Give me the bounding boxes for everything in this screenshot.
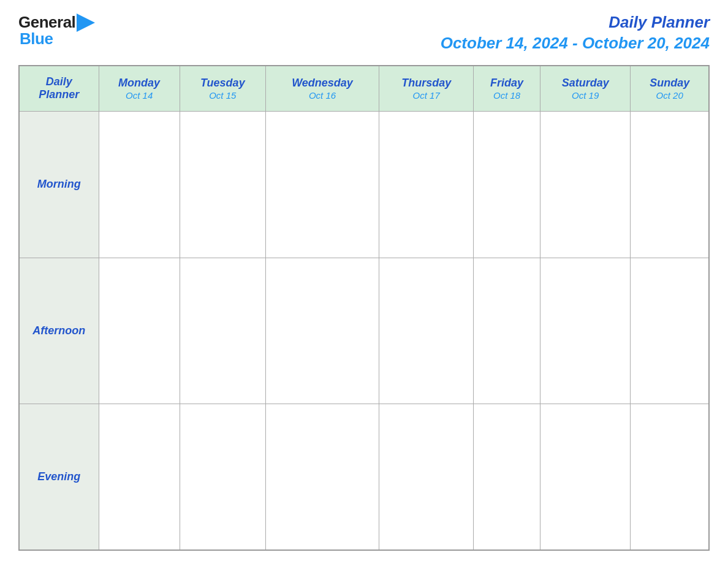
header-cell-sat: Saturday Oct 19 — [540, 66, 631, 112]
col-5-date: Oct 18 — [477, 90, 537, 101]
label-morning: Morning — [19, 112, 99, 258]
logo: General Blue — [18, 12, 95, 48]
cell-afternoon-thu[interactable] — [379, 258, 474, 404]
header-cell-sun: Sunday Oct 20 — [631, 66, 709, 112]
col-1-date: Oct 14 — [102, 90, 176, 101]
cell-evening-mon[interactable] — [99, 404, 180, 550]
header: General Blue Daily Planner October 14, 2… — [18, 12, 710, 54]
header-cell-mon: Monday Oct 14 — [99, 66, 180, 112]
cell-afternoon-wed[interactable] — [265, 258, 379, 404]
col-6-date: Oct 19 — [544, 90, 627, 101]
col-2-day: Tuesday — [183, 77, 262, 90]
cell-evening-tue[interactable] — [180, 404, 265, 550]
logo-arrow-icon — [77, 13, 95, 32]
table-row-evening: Evening — [19, 404, 709, 550]
cell-afternoon-sat[interactable] — [540, 258, 631, 404]
table-row-morning: Morning — [19, 112, 709, 258]
cell-morning-tue[interactable] — [180, 112, 265, 258]
cell-evening-sun[interactable] — [631, 404, 709, 550]
planner-table: Daily Planner Monday Oct 14 Tuesday Oct … — [18, 65, 710, 551]
svg-marker-0 — [77, 13, 95, 32]
cell-morning-fri[interactable] — [474, 112, 540, 258]
col-4-date: Oct 17 — [382, 90, 470, 101]
col-5-day: Friday — [477, 77, 537, 90]
cell-afternoon-fri[interactable] — [474, 258, 540, 404]
col-4-day: Thursday — [382, 77, 470, 90]
header-cell-label: Daily Planner — [19, 66, 99, 112]
cell-morning-mon[interactable] — [99, 112, 180, 258]
col-6-day: Saturday — [544, 77, 627, 90]
header-cell-wed: Wednesday Oct 16 — [265, 66, 379, 112]
title-section: Daily Planner October 14, 2024 - October… — [441, 12, 710, 54]
header-cell-tue: Tuesday Oct 15 — [180, 66, 265, 112]
cell-evening-fri[interactable] — [474, 404, 540, 550]
cell-afternoon-tue[interactable] — [180, 258, 265, 404]
cell-morning-thu[interactable] — [379, 112, 474, 258]
header-cell-thu: Thursday Oct 17 — [379, 66, 474, 112]
logo-text-general: General — [18, 13, 75, 32]
cell-afternoon-mon[interactable] — [99, 258, 180, 404]
col-7-day: Sunday — [634, 77, 705, 90]
title-main: Daily Planner — [441, 12, 710, 33]
cell-morning-sat[interactable] — [540, 112, 631, 258]
title-sub: October 14, 2024 - October 20, 2024 — [441, 33, 710, 54]
header-cell-fri: Friday Oct 18 — [474, 66, 540, 112]
header-row: Daily Planner Monday Oct 14 Tuesday Oct … — [19, 66, 709, 112]
cell-morning-sun[interactable] — [631, 112, 709, 258]
cell-evening-thu[interactable] — [379, 404, 474, 550]
label-evening: Evening — [19, 404, 99, 550]
cell-afternoon-sun[interactable] — [631, 258, 709, 404]
col-2-date: Oct 15 — [183, 90, 262, 101]
col-3-date: Oct 16 — [269, 90, 376, 101]
col-7-date: Oct 20 — [634, 90, 705, 101]
cell-evening-wed[interactable] — [265, 404, 379, 550]
page: General Blue Daily Planner October 14, 2… — [0, 0, 728, 563]
cell-evening-sat[interactable] — [540, 404, 631, 550]
logo-text-blue: Blue — [20, 29, 53, 48]
col-1-day: Monday — [102, 77, 176, 90]
col-0-day2: Planner — [23, 88, 96, 102]
cell-morning-wed[interactable] — [265, 112, 379, 258]
label-afternoon: Afternoon — [19, 258, 99, 404]
col-0-day: Daily — [23, 75, 96, 89]
col-3-day: Wednesday — [269, 77, 376, 90]
table-row-afternoon: Afternoon — [19, 258, 709, 404]
